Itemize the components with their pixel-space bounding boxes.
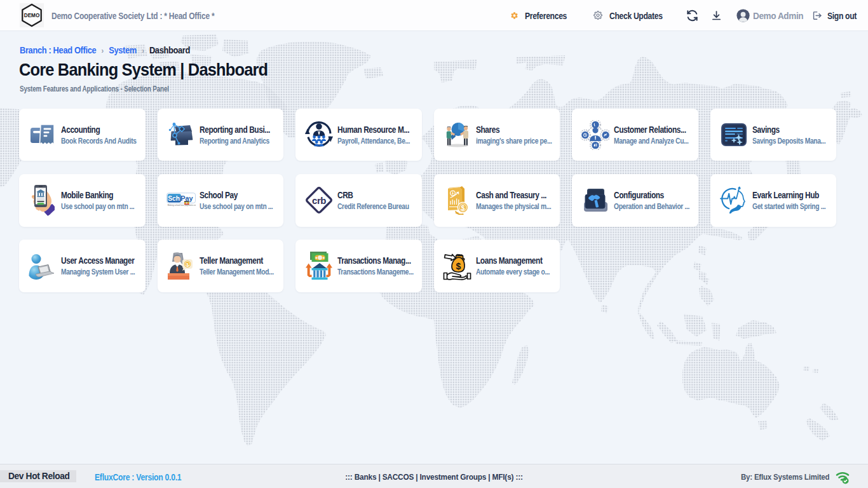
svg-text:DEMO: DEMO (24, 13, 39, 18)
svg-text:crb: crb (312, 195, 326, 206)
svg-text:Pay: Pay (180, 194, 193, 202)
svg-text:$: $ (456, 261, 461, 271)
svg-text:Sch: Sch (168, 194, 180, 202)
svg-text:Making school fees payments co: Making school fees payments convenient (167, 205, 195, 207)
svg-text:$: $ (461, 204, 465, 212)
